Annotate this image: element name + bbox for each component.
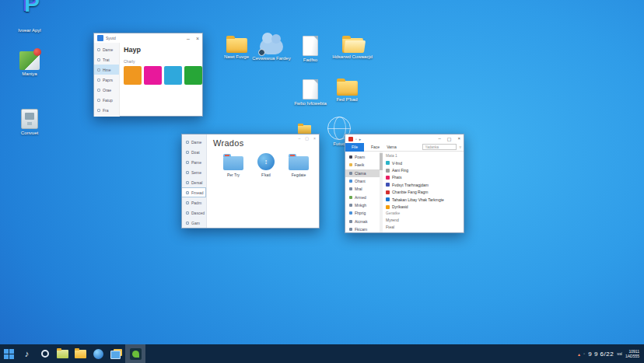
filter-icon[interactable]: ▿ [459,145,461,149]
desktop-icon-app1[interactable]: PP Ivvear Apyl [8,3,51,33]
sidebar-item[interactable]: Mnkgh [345,201,380,209]
desktop-icon-maps[interactable]: Maniya [8,51,51,77]
minimize-button[interactable]: – [299,136,301,141]
sidebar-item-label: Clama [355,171,366,176]
sidebar-item[interactable]: Dasced [182,208,206,218]
maximize-button[interactable]: ▢ [447,136,452,141]
swatch-green[interactable] [184,66,202,85]
file-tile[interactable]: Per Try [219,153,247,177]
clock[interactable]: 10911 1AD555 [625,349,639,358]
sidebar-item[interactable]: Faeik [345,161,380,169]
sidebar-item[interactable]: Orae [94,85,119,95]
window1-titlebar[interactable]: Syutd – × [94,33,202,43]
list-item-label: Fvdsyt Trarhnagjdam [392,183,429,187]
list-item[interactable]: Dyrlkasid [386,203,460,210]
bullet-icon [349,220,352,223]
sidebar-item[interactable]: Ohant [345,177,380,185]
bullet-icon [186,161,189,164]
list-item[interactable]: Chanbte Fang Ragm [386,189,460,196]
desktop-icon-label: Maniya [22,72,37,77]
taskbar-app-active[interactable] [125,344,145,363]
sidebar-item-label: Poam [355,155,365,159]
sidebar-item[interactable]: Pame [182,157,206,167]
minimize-button[interactable]: – [438,136,440,141]
sidebar-item-selected[interactable]: Fmead [182,187,206,197]
sidebar-item[interactable]: Dame [94,44,119,54]
close-button[interactable]: × [313,136,316,141]
ribbon-tab-home[interactable]: Face [371,145,380,149]
list-item[interactable]: Myrend [386,217,460,224]
sidebar-item[interactable]: Poam [345,153,380,161]
desktop-icon-cloud[interactable]: Cevwswua Fardey [250,34,292,61]
sidebar-item-selected[interactable]: Hme [94,65,119,75]
sidebar-item[interactable]: Paprs [94,75,119,85]
system-tray: ▴ ◦ 9 9 6/22 wal 10911 1AD555 [578,349,644,358]
desktop-icon-connect[interactable]: Convuet [8,109,51,136]
bullet-icon [349,211,352,215]
sidebar-item-selected[interactable]: Clama [345,169,380,177]
bullet-icon [186,211,189,215]
list-item[interactable]: Tahakan Libay Vhak Tarkmgte [386,196,460,203]
list-item[interactable]: Fvdsyt Trarhnagjdam [386,181,460,188]
folder-icon[interactable] [298,125,311,134]
taskbar-app-library[interactable] [107,344,125,363]
sidebar-item[interactable]: Mral [345,185,380,193]
close-button[interactable]: × [457,136,460,141]
window1-title: Syutd [106,36,116,40]
quick-access-icon[interactable]: ▫ [355,137,357,141]
sidebar-item[interactable]: Fatup [94,95,119,105]
taskbar-app-browser[interactable] [89,344,107,363]
taskbar-app-circle[interactable] [36,344,54,363]
sidebar-item-label: Hme [103,68,111,72]
taskbar-app-folder2[interactable] [72,344,89,363]
list-item[interactable]: Fteal [386,224,460,231]
file-menu-button[interactable]: File [345,143,364,152]
desktop-icon-doc2[interactable]: Fwbo Ivfcwebta [289,79,331,106]
list-item[interactable]: Fhats [386,174,460,181]
sidebar-item[interactable]: Trat [94,54,119,65]
taskbar-app-folder1[interactable] [54,344,72,363]
sidebar-item[interactable]: Padm [182,197,206,208]
sidebar-item-label: Fhprig [355,211,366,215]
sidebar-item[interactable]: Dame [182,137,206,147]
file-tile[interactable]: Fegdate [285,153,313,177]
desktop-icon-doc1[interactable]: Fadfso [292,36,328,63]
minimize-button[interactable]: – [187,36,190,41]
list-item[interactable]: V-fmd [386,159,460,166]
desktop-icon-folder2[interactable]: Hdsarwd Cuwaacjd [330,38,375,60]
scrollbar[interactable] [380,152,383,232]
file-tile[interactable]: ↕ F'katl [252,153,280,177]
sidebar-item[interactable]: Gam [182,218,206,228]
scrollbar-thumb[interactable] [380,153,383,170]
bullet-icon [349,204,352,207]
swatch-blue[interactable] [164,66,182,85]
bullet-icon [97,109,100,112]
tray-overflow-icon[interactable]: ▴ [578,351,580,357]
sidebar-item[interactable]: Fkicam [345,225,380,233]
close-button[interactable]: × [196,36,199,41]
tray-status-icon[interactable]: ◦ [583,351,585,356]
sidebar-item[interactable]: Aicmak [345,217,380,225]
sidebar-item[interactable]: Seme [182,167,206,177]
file-tile-label: Per Try [227,173,240,177]
window3-titlebar[interactable]: ▫ ▸ – ▢ × [345,134,464,143]
quick-access-icon[interactable]: ▸ [359,137,362,141]
ribbon-tab-view[interactable]: Vama [387,145,397,149]
swatch-orange[interactable] [124,66,142,85]
sidebar-item[interactable]: Dersal [182,177,206,187]
sidebar-item-label: Mral [355,187,362,191]
sidebar-item[interactable]: Doat [182,147,206,157]
list-item[interactable]: Aani Fing [386,166,460,173]
maximize-button[interactable]: ▢ [305,136,309,141]
note-icon: ♪ [25,349,30,358]
desktop-icon-folder3[interactable]: Fed P'bad [327,81,367,103]
sidebar-item[interactable]: Fra [94,105,119,115]
search-input[interactable] [422,144,457,150]
swatch-magenta[interactable] [144,66,162,85]
window3-content: Mata 1 V-fmd Aani Fing Fhats Fvdsyt Trar… [383,152,464,232]
sidebar-item[interactable]: Armed [345,193,380,201]
start-button[interactable] [0,344,18,363]
sidebar-item[interactable]: Fhprig [345,209,380,217]
taskbar-app-music[interactable]: ♪ [18,344,36,363]
desktop-icon-label: Cevwswua Fardey [252,56,290,61]
